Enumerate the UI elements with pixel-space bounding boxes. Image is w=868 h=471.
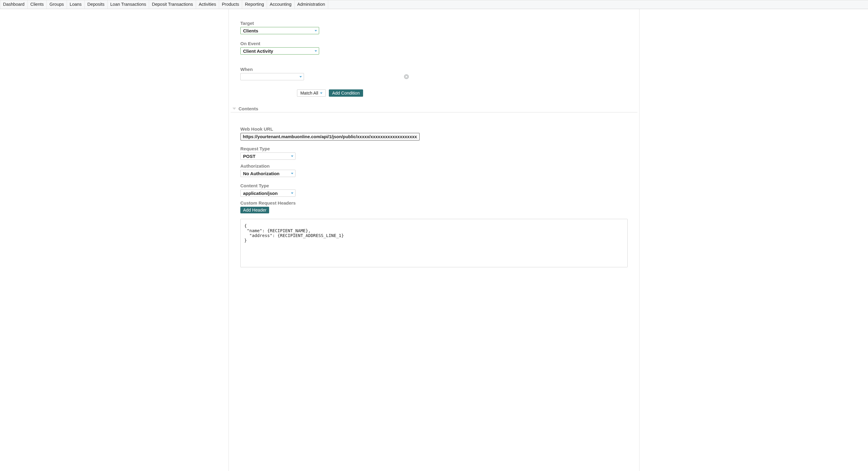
nav-products[interactable]: Products <box>219 0 242 9</box>
top-nav: Dashboard Clients Groups Loans Deposits … <box>0 0 868 9</box>
webhook-url-input[interactable] <box>240 133 420 140</box>
nav-loans[interactable]: Loans <box>67 0 85 9</box>
content-type-select[interactable]: application/json <box>240 189 296 197</box>
add-header-label: Add Header <box>243 208 267 213</box>
on-event-select[interactable]: Client Activity <box>240 47 319 55</box>
page-container: Target Clients On Event Client Activity … <box>228 9 640 471</box>
authorization-label: Authorization <box>240 163 628 168</box>
target-select[interactable]: Clients <box>240 27 319 34</box>
authorization-select[interactable]: No Authorization <box>240 170 296 177</box>
collapse-icon[interactable] <box>232 107 236 110</box>
authorization-value: No Authorization <box>241 171 295 176</box>
on-event-label: On Event <box>240 41 628 46</box>
chevron-down-icon <box>291 173 293 174</box>
chevron-down-icon <box>320 92 322 94</box>
nav-loan-transactions[interactable]: Loan Transactions <box>107 0 149 9</box>
chevron-down-icon <box>291 192 293 194</box>
nav-groups[interactable]: Groups <box>47 0 67 9</box>
content-type-label: Content Type <box>240 183 628 188</box>
target-value: Clients <box>241 28 319 33</box>
content-type-value: application/json <box>241 191 295 196</box>
target-label: Target <box>240 21 628 26</box>
custom-headers-label: Custom Request Headers <box>240 200 628 206</box>
chevron-down-icon <box>315 30 317 32</box>
chevron-down-icon <box>315 50 317 52</box>
nav-activities[interactable]: Activities <box>196 0 219 9</box>
nav-reporting[interactable]: Reporting <box>242 0 267 9</box>
contents-title: Contents <box>239 106 258 111</box>
add-header-button[interactable]: Add Header <box>240 207 269 213</box>
chevron-down-icon <box>291 156 293 157</box>
webhook-url-label: Web Hook URL <box>240 126 628 131</box>
when-select[interactable] <box>240 73 304 80</box>
request-type-value: POST <box>241 154 295 159</box>
chevron-down-icon <box>300 76 302 77</box>
nav-clients[interactable]: Clients <box>28 0 47 9</box>
request-type-label: Request Type <box>240 146 628 151</box>
nav-administration[interactable]: Administration <box>294 0 328 9</box>
match-all-button[interactable]: Match All <box>297 89 326 97</box>
match-all-label: Match All <box>300 91 318 95</box>
when-label: When <box>240 67 628 72</box>
request-body-input[interactable]: { "name": {RECIPIENT_NAME}, "address": {… <box>240 219 628 267</box>
remove-condition-icon[interactable] <box>404 74 409 79</box>
add-condition-button[interactable]: Add Condition <box>329 89 363 97</box>
nav-accounting[interactable]: Accounting <box>267 0 294 9</box>
on-event-value: Client Activity <box>241 49 319 54</box>
nav-dashboard[interactable]: Dashboard <box>0 0 28 9</box>
nav-deposit-transactions[interactable]: Deposit Transactions <box>149 0 196 9</box>
nav-deposits[interactable]: Deposits <box>85 0 107 9</box>
contents-section-header: Contents <box>230 105 638 113</box>
request-type-select[interactable]: POST <box>240 153 296 160</box>
add-condition-label: Add Condition <box>332 91 360 95</box>
